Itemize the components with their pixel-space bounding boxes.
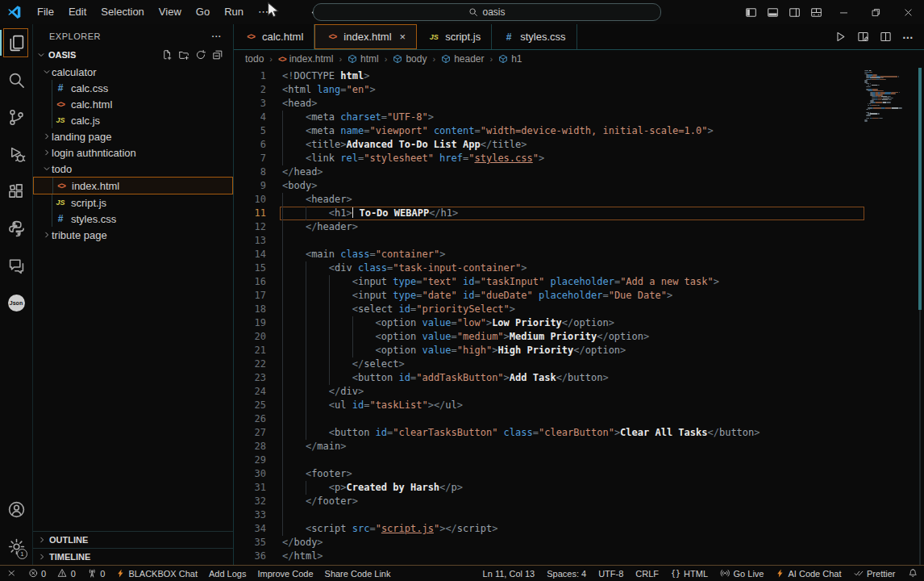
code-line-35[interactable]: 35</body> [234,536,924,550]
code-line-27[interactable]: 27 <button id="clearTasksButton" class="… [234,426,924,440]
code-line-23[interactable]: 23 <button id="addTaskButton">Add Task</… [234,371,924,385]
command-center-search[interactable]: oasis [313,3,661,21]
sidebar-more-icon[interactable]: ··· [212,31,223,41]
breadcrumb-body[interactable]: body [393,53,427,65]
code-line-5[interactable]: 5 <meta name="viewport" content="width=d… [234,124,924,138]
tree-file-styles-css[interactable]: #styles.css [33,211,233,227]
code-line-19[interactable]: 19 <option value="low">Low Priority</opt… [234,316,924,330]
menu-[interactable]: ⋯ [251,0,276,24]
code-line-29[interactable]: 29 [234,454,924,467]
activity-extensions[interactable] [0,173,32,210]
activity-settings[interactable]: 1 [0,528,32,565]
workspace-root[interactable]: OASIS [33,46,233,64]
code-line-10[interactable]: 10 <header> [234,193,924,207]
code-line-32[interactable]: 32 </footer> [234,495,924,508]
status-share-code-link[interactable]: Share Code Link [325,569,391,579]
scrollbar-thumb[interactable] [918,68,922,310]
status-improve-code[interactable]: Improve Code [257,569,313,579]
code-line-28[interactable]: 28 </main> [234,440,924,454]
tree-folder-todo[interactable]: todo [33,161,233,177]
code-line-11[interactable]: 11 <h1> To-Do WEBAPP</h1> [234,207,924,220]
code-line-16[interactable]: 16 <input type="text" id="taskInput" pla… [234,275,924,289]
code-line-7[interactable]: 7 <link rel="stylesheet" href="styles.cs… [234,152,924,165]
status-encoding[interactable]: UTF-8 [598,569,623,579]
tree-file-index-html[interactable]: <>index.html [33,177,233,194]
status-blackbox-chat[interactable]: BLACKBOX Chat [116,568,198,579]
status-remote-indicator[interactable] [6,568,17,579]
activity-python[interactable] [0,210,32,247]
collapse-folders-icon[interactable] [212,49,223,61]
tree-file-script-js[interactable]: JSscript.js [33,194,233,211]
tree-file-calc-js[interactable]: JScalc.js [33,112,233,128]
code-line-21[interactable]: 21 <option value="high">High Priority</o… [234,344,924,357]
breadcrumb-todo[interactable]: todo [245,53,264,65]
toggle-primary-sidebar-button[interactable] [740,0,762,24]
code-line-15[interactable]: 15 <div class="task-input-container"> [234,261,924,275]
tab-calc-html[interactable]: <>calc.html [234,24,314,49]
refresh-explorer-icon[interactable] [195,49,206,61]
outline-section[interactable]: OUTLINE [33,531,233,548]
breadcrumb-html[interactable]: html [348,53,379,65]
code-line-14[interactable]: 14 <main class="container"> [234,248,924,261]
code-line-36[interactable]: 36</html> [234,550,924,563]
split-editor-button[interactable] [880,31,892,43]
new-file-icon[interactable] [161,49,173,61]
code-line-30[interactable]: 30 <footer> [234,467,924,481]
code-line-6[interactable]: 6 <title>Advanced To-Do List App</title> [234,138,924,152]
code-line-8[interactable]: 8</head> [234,165,924,179]
status-go-live[interactable]: Go Live [720,568,764,579]
tree-folder-calculator[interactable]: calculator [33,64,233,80]
tree-folder-login-authntication[interactable]: login authntication [33,144,233,161]
close-window-button[interactable] [892,0,924,24]
breadcrumb-h1[interactable]: h1 [498,53,522,65]
tree-file-calc-html[interactable]: <>calc.html [33,96,233,112]
menu-edit[interactable]: Edit [61,0,94,24]
code-line-20[interactable]: 20 <option value="medium">Medium Priorit… [234,330,924,344]
restore-button[interactable] [859,0,892,24]
code-line-34[interactable]: 34 <script src="script.js"></script> [234,522,924,536]
code-line-22[interactable]: 22 </select> [234,357,924,371]
menu-selection[interactable]: Selection [94,0,151,24]
status-add-logs[interactable]: Add Logs [209,569,246,579]
menu-run[interactable]: Run [217,0,251,24]
breadcrumb-header[interactable]: header [441,53,484,65]
status-indentation[interactable]: Spaces: 4 [547,569,586,579]
code-line-2[interactable]: 2<html lang="en"> [234,83,924,97]
minimize-button[interactable] [827,0,859,24]
status-ports[interactable]: 0 [87,568,106,579]
activity-source-control[interactable] [0,98,32,136]
code-line-12[interactable]: 12 </header> [234,220,924,234]
menu-file[interactable]: File [30,0,61,24]
code-line-25[interactable]: 25 <ul id="taskList"></ul> [234,399,924,412]
new-folder-icon[interactable] [178,49,189,61]
run-file-button[interactable] [835,31,847,43]
code-line-26[interactable]: 26 [234,412,924,426]
code-line-1[interactable]: 1<!DOCTYPE html> [234,69,924,83]
minimap[interactable] [864,70,911,125]
status-errors[interactable]: 0 [28,568,47,579]
code-line-33[interactable]: 33 [234,508,924,522]
menu-go[interactable]: Go [189,0,217,24]
tab-script-js[interactable]: JSscript.js [417,24,492,49]
tab-index-html[interactable]: <>index.html× [314,24,417,49]
code-line-3[interactable]: 3<head> [234,97,924,111]
status-ai-code-chat[interactable]: AI Code Chat [776,568,841,579]
tree-folder-landing-page[interactable]: landing page [33,128,233,144]
status-cursor-position[interactable]: Ln 11, Col 13 [483,569,535,579]
open-changes-button[interactable] [857,31,869,43]
code-line-9[interactable]: 9<body> [234,179,924,193]
close-tab-icon[interactable]: × [400,31,406,43]
status-notifications[interactable] [908,568,918,579]
activity-json-tools[interactable]: Json [0,284,32,321]
activity-explorer[interactable] [0,24,32,61]
menu-view[interactable]: View [152,0,189,24]
status-prettier[interactable]: Prettier [854,568,896,579]
tab-styles-css[interactable]: #styles.css [492,24,576,49]
breadcrumb-index-html[interactable]: <>index.html [278,53,333,65]
toggle-panel-button[interactable] [762,0,784,24]
activity-accounts[interactable] [0,491,32,528]
tree-folder-tribute-page[interactable]: tribute page [33,227,233,243]
timeline-section[interactable]: TIMELINE [33,548,233,565]
tree-file-calc-css[interactable]: #calc.css [33,80,233,96]
toggle-secondary-sidebar-button[interactable] [784,0,805,24]
